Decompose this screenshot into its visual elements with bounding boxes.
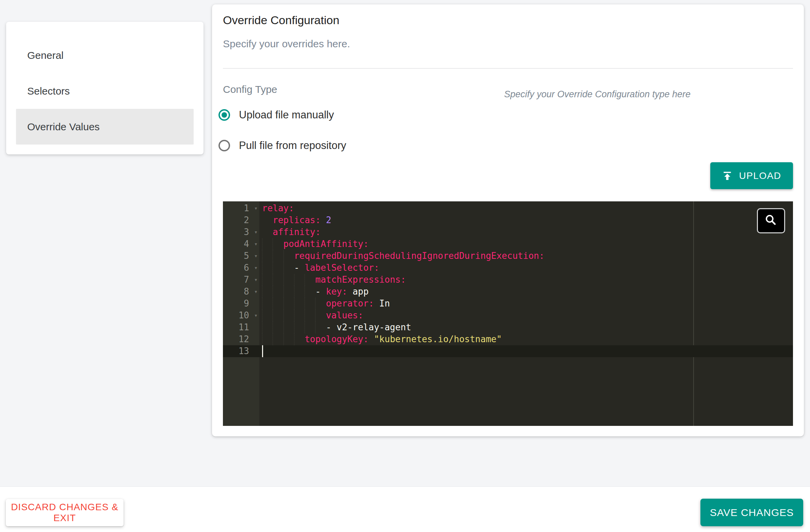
code-line-content: operator: In [259, 298, 390, 310]
indent-guide [262, 321, 273, 333]
code-token: replicas: [273, 215, 321, 225]
config-type-label: Config Type [223, 84, 277, 95]
yaml-editor[interactable]: 1▾relay:2replicas: 23▾affinity:4▾podAnti… [223, 201, 793, 426]
indent-guide [294, 310, 305, 321]
code-token [321, 215, 326, 225]
fold-arrow-icon[interactable]: ▾ [254, 286, 258, 298]
section-divider [223, 68, 793, 69]
code-line-2[interactable]: 2replicas: 2 [223, 214, 793, 226]
code-line-content: affinity: [259, 226, 321, 238]
indent-guide [294, 333, 305, 345]
code-token: app [347, 286, 369, 297]
fold-arrow-icon[interactable]: ▾ [254, 238, 258, 250]
upload-icon [722, 170, 733, 181]
code-token: In [374, 298, 390, 309]
code-token: "kubernetes.io/hostname" [374, 334, 502, 344]
sidebar-item-selectors[interactable]: Selectors [6, 73, 204, 109]
fold-arrow-icon[interactable]: ▾ [254, 274, 258, 286]
sidebar-nav: GeneralSelectorsOverride Values [6, 37, 204, 145]
code-line-5[interactable]: 5▾requiredDuringSchedulingIgnoredDuringE… [223, 250, 793, 262]
indent-guide [273, 310, 283, 321]
override-configuration-panel: Override Configuration Specify your over… [212, 4, 804, 436]
indent-guide [262, 286, 273, 298]
code-area: 1▾relay:2replicas: 23▾affinity:4▾podAnti… [223, 202, 793, 357]
fold-arrow-icon[interactable]: ▾ [254, 262, 258, 274]
config-type-hint: Specify your Override Configuration type… [504, 89, 691, 100]
code-line-3[interactable]: 3▾affinity: [223, 226, 793, 238]
radio-unselected-icon[interactable] [218, 140, 230, 151]
indent-guide [305, 321, 315, 333]
indent-guide [273, 298, 283, 310]
line-number: 9 [223, 298, 259, 310]
indent-guide [284, 321, 294, 333]
code-line-9[interactable]: 9operator: In [223, 298, 793, 310]
save-changes-button[interactable]: SAVE CHANGES [700, 499, 803, 526]
code-line-7[interactable]: 7▾matchExpressions: [223, 274, 793, 286]
code-line-12[interactable]: 12topologyKey: "kubernetes.io/hostname" [223, 333, 793, 345]
code-line-1[interactable]: 1▾relay: [223, 202, 793, 214]
code-line-content: replicas: 2 [259, 214, 331, 226]
indent-guide [262, 238, 273, 250]
indent-guide [315, 321, 326, 333]
indent-guide [262, 310, 273, 321]
line-number: 5▾ [223, 250, 259, 262]
sidebar-item-general[interactable]: General [6, 37, 204, 73]
code-line-13[interactable]: 13 [223, 345, 793, 357]
indent-guide [262, 333, 273, 345]
editor-search-button[interactable] [757, 208, 785, 233]
code-token: - v2-relay-agent [326, 322, 411, 332]
code-line-6[interactable]: 6▾- labelSelector: [223, 262, 793, 274]
radio-option-pull-file-from-repository[interactable]: Pull file from repository [218, 134, 346, 157]
code-line-content: requiredDuringSchedulingIgnoredDuringExe… [259, 250, 545, 262]
code-line-8[interactable]: 8▾- key: app [223, 286, 793, 298]
code-line-10[interactable]: 10▾values: [223, 310, 793, 321]
code-token: podAntiAffinity: [284, 239, 369, 249]
indent-guide [273, 333, 283, 345]
radio-selected-icon[interactable] [218, 109, 230, 121]
discard-changes-button[interactable]: DISCARD CHANGES & EXIT [6, 499, 124, 526]
code-line-4[interactable]: 4▾podAntiAffinity: [223, 238, 793, 250]
code-line-content: relay: [259, 202, 294, 214]
indent-guide [284, 333, 294, 345]
code-token: values: [326, 310, 363, 320]
indent-guide [262, 262, 273, 274]
code-line-content [259, 345, 263, 357]
search-icon [763, 213, 779, 229]
code-line-content: values: [259, 310, 363, 321]
code-line-content: matchExpressions: [259, 274, 406, 286]
fold-arrow-icon[interactable]: ▾ [254, 226, 258, 238]
code-line-11[interactable]: 11- v2-relay-agent [223, 321, 793, 333]
line-number: 8▾ [223, 286, 259, 298]
sidebar-item-override-values[interactable]: Override Values [16, 109, 194, 145]
indent-guide [273, 274, 283, 286]
indent-guide [284, 250, 294, 262]
indent-guide [294, 321, 305, 333]
code-line-content: - v2-relay-agent [259, 321, 411, 333]
upload-button[interactable]: UPLOAD [710, 162, 793, 189]
sidebar-card: GeneralSelectorsOverride Values [6, 22, 204, 154]
code-token: matchExpressions: [315, 275, 406, 285]
code-token [369, 334, 374, 344]
line-number: 13 [223, 345, 259, 357]
line-number: 7▾ [223, 274, 259, 286]
page-title: Override Configuration [223, 14, 339, 27]
indent-guide [273, 250, 283, 262]
radio-label: Upload file manually [239, 109, 334, 121]
indent-guide [284, 262, 294, 274]
indent-guide [284, 310, 294, 321]
line-number: 6▾ [223, 262, 259, 274]
fold-arrow-icon[interactable]: ▾ [254, 202, 258, 214]
indent-guide [273, 262, 283, 274]
line-number: 4▾ [223, 238, 259, 250]
code-token: key: [326, 286, 347, 297]
indent-guide [294, 286, 305, 298]
radio-option-upload-file-manually[interactable]: Upload file manually [218, 104, 334, 126]
code-token: labelSelector: [305, 263, 379, 273]
page-subtitle: Specify your overrides here. [223, 38, 350, 50]
indent-guide [273, 321, 283, 333]
fold-arrow-icon[interactable]: ▾ [254, 310, 258, 321]
fold-arrow-icon[interactable]: ▾ [254, 250, 258, 262]
indent-guide [305, 274, 315, 286]
code-token: topologyKey: [305, 334, 369, 344]
footer-action-bar: DISCARD CHANGES & EXIT SAVE CHANGES [0, 486, 810, 532]
